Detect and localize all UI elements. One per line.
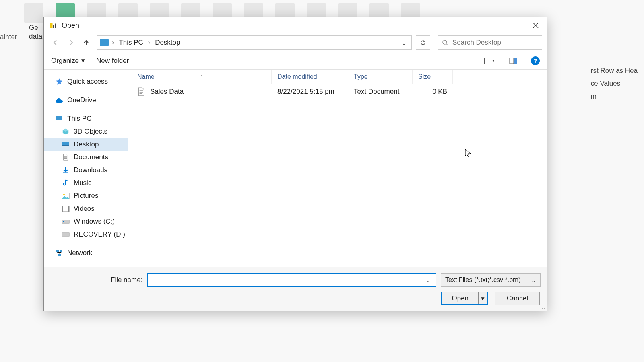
preview-pane-button[interactable] [507,55,520,66]
svg-rect-16 [63,172,68,173]
svg-rect-7 [486,61,491,61]
file-row[interactable]: Sales Data 8/22/2021 5:15 pm Text Docume… [128,84,547,99]
nav-tree: Quick access OneDrive This PC 3D Objects… [44,70,128,267]
forward-button[interactable] [64,36,78,49]
svg-rect-4 [484,58,485,60]
svg-rect-11 [514,58,517,64]
monitor-icon [55,115,63,122]
breadcrumb-this-pc[interactable]: This PC [117,38,144,47]
tree-label: Network [67,249,92,257]
file-name-label: File name: [111,276,142,284]
tree-label: Windows (C:) [74,218,115,226]
file-type-filter[interactable]: Text Files (*.txt;*.csv;*.prn) ⌄ [441,273,541,287]
file-name-combo[interactable]: ⌄ [147,273,436,287]
drive-icon [62,218,70,225]
tree-music[interactable]: Music [44,177,128,189]
resize-grip-icon[interactable] [541,304,546,310]
app-icon [50,22,57,29]
open-button[interactable]: Open ▾ [441,292,488,305]
breadcrumb-desktop[interactable]: Desktop [153,38,182,47]
svg-rect-15 [62,145,69,146]
refresh-button[interactable] [416,35,430,50]
cancel-button[interactable]: Cancel [495,292,540,305]
tree-drive-c[interactable]: Windows (C:) [44,215,128,228]
tree-3d-objects[interactable]: 3D Objects [44,125,128,138]
svg-point-18 [63,194,65,195]
search-box[interactable] [438,35,542,50]
tree-label: Pictures [74,192,98,200]
tree-onedrive[interactable]: OneDrive [44,94,128,107]
bg-side-panel-text: rst Row as Hea ce Values m [591,64,638,103]
close-button[interactable] [528,19,544,32]
dialog-title: Open [62,21,528,30]
tree-label: Quick access [67,78,108,86]
file-name-input[interactable] [151,276,424,284]
videos-icon [62,205,70,212]
preview-pane-icon [509,58,517,64]
column-date[interactable]: Date modified [272,70,348,84]
address-bar[interactable]: › This PC › Desktop ⌄ [97,35,412,50]
desktop-icon [62,141,70,148]
file-name: Sales Data [150,88,184,96]
svg-rect-1 [53,25,54,28]
svg-rect-24 [62,233,69,236]
search-input[interactable] [452,39,538,47]
search-icon [442,39,448,46]
new-folder-button[interactable]: New folder [96,57,129,65]
document-icon [62,154,70,161]
tree-label: Videos [74,205,95,213]
svg-rect-27 [58,254,61,256]
svg-rect-12 [56,116,62,120]
tree-label: OneDrive [67,96,96,104]
chevron-down-icon: ▾ [492,58,495,63]
tree-downloads[interactable]: Downloads [44,164,128,177]
organize-label: Organize [51,57,79,65]
bg-format-painter-label: ainter [0,33,17,41]
tree-this-pc[interactable]: This PC [44,112,128,125]
chevron-down-icon: ▾ [81,56,85,65]
cloud-icon [55,97,63,104]
view-mode-button[interactable]: ▾ [483,55,495,66]
tree-network[interactable]: Network [44,247,128,259]
open-file-dialog: Open › This PC › Desktop ⌄ Organize ▾ Ne… [43,17,547,311]
svg-rect-21 [68,206,69,212]
tree-documents[interactable]: Documents [44,151,128,164]
up-button[interactable] [79,36,93,49]
address-dropdown[interactable]: ⌄ [399,39,409,47]
cube-icon [62,128,70,135]
back-button[interactable] [49,36,62,49]
open-split-dropdown[interactable]: ▾ [478,292,487,304]
svg-rect-2 [55,24,56,28]
list-view-icon [483,58,491,64]
pictures-icon [62,192,70,200]
file-type: Text Document [348,88,413,96]
ribbon-tool [24,3,43,23]
help-button[interactable]: ? [531,56,540,65]
network-icon [55,249,63,257]
tree-label: Music [74,179,91,187]
column-name[interactable]: Name⌃ [128,70,272,84]
close-icon [533,23,539,28]
open-button-label: Open [442,294,478,302]
organize-menu[interactable]: Organize ▾ [51,56,85,65]
pc-icon [100,39,109,46]
svg-rect-23 [63,221,64,222]
chevron-down-icon: ⌄ [531,276,536,284]
tree-desktop[interactable]: Desktop [44,138,128,151]
star-icon [55,78,63,85]
tree-label: This PC [67,115,91,123]
tree-drive-d[interactable]: RECOVERY (D:) [44,228,128,241]
column-type[interactable]: Type [348,70,413,84]
tree-quick-access[interactable]: Quick access [44,75,128,88]
svg-rect-9 [486,63,491,63]
file-size: 0 KB [413,88,453,96]
chevron-down-icon[interactable]: ⌄ [424,276,432,284]
tree-videos[interactable]: Videos [44,202,128,215]
tree-pictures[interactable]: Pictures [44,189,128,202]
column-size[interactable]: Size [413,70,453,84]
dialog-footer: File name: ⌄ Text Files (*.txt;*.csv;*.p… [44,267,547,311]
drive-icon [62,231,70,238]
file-list: Sales Data 8/22/2021 5:15 pm Text Docume… [128,84,547,267]
svg-rect-20 [62,206,63,212]
tree-label: Documents [74,153,108,161]
